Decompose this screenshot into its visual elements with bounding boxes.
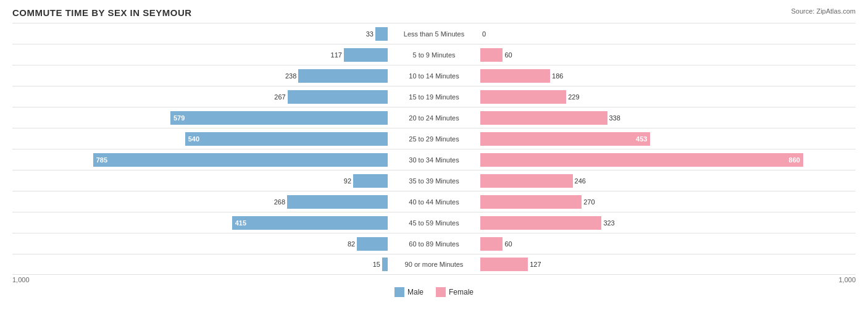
chart-area: 33Less than 5 Minutes01175 to 9 Minutes6… bbox=[12, 23, 856, 275]
right-half: 246 bbox=[480, 170, 856, 191]
axis-labels: 1,000 1,000 bbox=[12, 276, 856, 283]
bar-row: 33Less than 5 Minutes0 bbox=[12, 23, 856, 44]
right-half: 270 bbox=[480, 191, 856, 212]
female-bar: 246 bbox=[480, 174, 573, 188]
female-bar: 453 bbox=[480, 132, 650, 146]
chart-container: COMMUTE TIME BY SEX IN SEYMOUR Source: Z… bbox=[0, 0, 868, 323]
legend-female-box bbox=[436, 287, 446, 297]
bar-row: 23810 to 14 Minutes186 bbox=[12, 65, 856, 86]
bar-row: 9235 to 39 Minutes246 bbox=[12, 170, 856, 191]
axis-left: 1,000 bbox=[12, 276, 30, 283]
male-bar: 579 bbox=[170, 111, 388, 125]
male-bar: 33 bbox=[375, 27, 388, 41]
legend-male: Male bbox=[394, 287, 424, 297]
row-label: 60 to 89 Minutes bbox=[388, 240, 480, 248]
legend-male-label: Male bbox=[407, 288, 424, 296]
right-half: 60 bbox=[480, 44, 856, 65]
female-value-outside: 186 bbox=[552, 72, 563, 80]
row-label: 90 or more Minutes bbox=[388, 261, 480, 268]
legend-male-box bbox=[394, 287, 404, 297]
female-value-outside: 60 bbox=[504, 51, 512, 59]
male-value-outside: 82 bbox=[348, 240, 355, 248]
male-value-outside: 33 bbox=[366, 30, 373, 38]
male-bar: 92 bbox=[353, 174, 388, 188]
left-half: 33 bbox=[12, 23, 388, 44]
left-half: 579 bbox=[12, 107, 388, 128]
source-label: Source: ZipAtlas.com bbox=[791, 7, 856, 15]
bar-row: 54025 to 29 Minutes453 bbox=[12, 128, 856, 149]
right-half: 229 bbox=[480, 86, 856, 107]
male-bar: 785 bbox=[93, 153, 388, 167]
bar-row: 8260 to 89 Minutes60 bbox=[12, 233, 856, 254]
left-half: 117 bbox=[12, 44, 388, 65]
row-label: 25 to 29 Minutes bbox=[388, 135, 480, 143]
bar-row: 78530 to 34 Minutes860 bbox=[12, 149, 856, 170]
male-value-inside: 579 bbox=[173, 114, 185, 122]
female-bar: 186 bbox=[480, 69, 550, 83]
left-half: 415 bbox=[12, 212, 388, 233]
row-label: Less than 5 Minutes bbox=[388, 30, 480, 38]
female-value-outside: 338 bbox=[609, 114, 620, 122]
bar-row: 26840 to 44 Minutes270 bbox=[12, 191, 856, 212]
male-bar: 267 bbox=[288, 90, 388, 104]
legend: Male Female bbox=[12, 287, 856, 297]
female-bar: 229 bbox=[480, 90, 566, 104]
right-half: 323 bbox=[480, 212, 856, 233]
female-bar: 60 bbox=[480, 48, 503, 62]
row-label: 10 to 14 Minutes bbox=[388, 72, 480, 80]
female-value-outside: 270 bbox=[583, 198, 595, 206]
axis-right: 1,000 bbox=[838, 276, 856, 283]
left-half: 82 bbox=[12, 233, 388, 254]
male-value-inside: 415 bbox=[235, 219, 246, 227]
female-bar: 323 bbox=[480, 216, 601, 230]
female-bar: 860 bbox=[480, 153, 803, 167]
bar-row: 1590 or more Minutes127 bbox=[12, 254, 856, 275]
male-value-outside: 268 bbox=[274, 198, 285, 206]
female-value-outside: 229 bbox=[568, 93, 579, 101]
chart-title: COMMUTE TIME BY SEX IN SEYMOUR bbox=[12, 7, 856, 18]
left-half: 268 bbox=[12, 191, 388, 212]
male-bar: 117 bbox=[344, 48, 388, 62]
male-bar: 268 bbox=[287, 195, 388, 209]
row-label: 20 to 24 Minutes bbox=[388, 114, 480, 122]
male-value-outside: 92 bbox=[344, 177, 351, 185]
row-label: 15 to 19 Minutes bbox=[388, 93, 480, 101]
left-half: 15 bbox=[12, 254, 388, 274]
female-value-outside: 246 bbox=[575, 177, 586, 185]
left-half: 92 bbox=[12, 170, 388, 191]
male-bar: 540 bbox=[185, 132, 388, 146]
female-value-outside: 60 bbox=[504, 240, 512, 248]
bar-row: 57920 to 24 Minutes338 bbox=[12, 107, 856, 128]
female-value-inside: 860 bbox=[789, 156, 800, 164]
left-half: 540 bbox=[12, 128, 388, 149]
male-value-outside: 117 bbox=[331, 51, 342, 59]
right-half: 127 bbox=[480, 254, 856, 274]
bar-row: 26715 to 19 Minutes229 bbox=[12, 86, 856, 107]
row-label: 40 to 44 Minutes bbox=[388, 198, 480, 206]
right-half: 60 bbox=[480, 233, 856, 254]
right-half: 338 bbox=[480, 107, 856, 128]
male-bar: 82 bbox=[357, 237, 388, 251]
female-bar: 60 bbox=[480, 237, 503, 251]
female-value-inside: 453 bbox=[636, 135, 647, 143]
male-value-inside: 785 bbox=[96, 156, 107, 164]
male-value-inside: 540 bbox=[188, 135, 199, 143]
female-value-outside: 323 bbox=[603, 219, 614, 227]
male-bar: 415 bbox=[232, 216, 388, 230]
male-value-outside: 267 bbox=[274, 93, 285, 101]
right-half: 860 bbox=[480, 149, 856, 170]
left-half: 785 bbox=[12, 149, 388, 170]
female-bar: 270 bbox=[480, 195, 582, 209]
bar-row: 1175 to 9 Minutes60 bbox=[12, 44, 856, 65]
legend-female-label: Female bbox=[449, 288, 474, 296]
row-label: 5 to 9 Minutes bbox=[388, 51, 480, 59]
female-bar: 338 bbox=[480, 111, 607, 125]
row-label: 30 to 34 Minutes bbox=[388, 156, 480, 164]
row-label: 35 to 39 Minutes bbox=[388, 177, 480, 185]
right-half: 453 bbox=[480, 128, 856, 149]
left-half: 238 bbox=[12, 65, 388, 86]
legend-female: Female bbox=[436, 287, 474, 297]
row-label: 45 to 59 Minutes bbox=[388, 219, 480, 227]
right-half: 186 bbox=[480, 65, 856, 86]
right-half: 0 bbox=[480, 23, 856, 44]
